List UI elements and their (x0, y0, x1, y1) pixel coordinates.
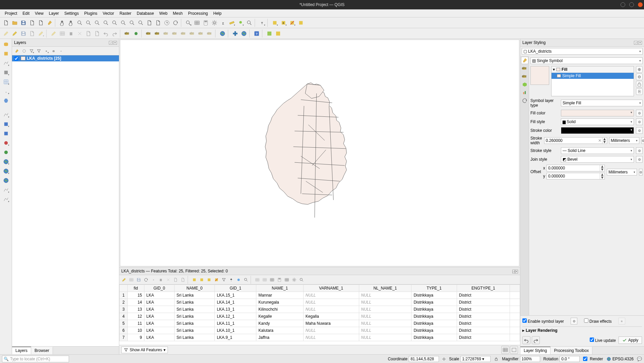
metasearch-button[interactable] (218, 30, 227, 38)
table-row[interactable]: 511LKASri LankaLKA.11_1KandyMaha NuwaraN… (120, 320, 520, 327)
add-symbol-layer-button[interactable]: ⊕ (636, 66, 643, 73)
enable-sym-override[interactable]: ⚙ (571, 318, 577, 324)
table-view-button[interactable] (501, 346, 509, 354)
stroke-style-combo[interactable]: — Solid Line (561, 147, 634, 154)
menu-plugins[interactable]: Plugins (81, 10, 100, 16)
new-map-view-button[interactable] (145, 19, 153, 27)
layer-tree[interactable]: LKA_districts [25] (12, 55, 119, 346)
table-row[interactable]: 412LKASri LankaLKA.12_1KegalleKegallaNUL… (120, 313, 520, 320)
at-organize-columns-button[interactable] (269, 276, 275, 283)
at-filter-button[interactable] (220, 276, 227, 283)
at-actions-button[interactable] (291, 276, 298, 283)
minimize-button[interactable] (621, 2, 625, 7)
pan-button[interactable] (58, 19, 66, 27)
menu-vector[interactable]: Vector (100, 10, 117, 16)
add-virtual-button[interactable] (2, 111, 10, 119)
magnifier-input[interactable]: 100% (520, 356, 540, 362)
fill-color-button[interactable] (561, 110, 634, 116)
rotation-input[interactable]: 0.0 ° (560, 356, 580, 362)
select-all-button[interactable] (297, 19, 305, 27)
diagram-tool-button[interactable] (153, 30, 162, 38)
menu-settings[interactable]: Settings (62, 10, 81, 16)
grass-tools-button[interactable] (265, 30, 273, 38)
nudge-button[interactable] (245, 19, 253, 27)
new-project-button[interactable] (2, 19, 10, 27)
show-all-features-button[interactable]: Show All Features ▾ (121, 347, 168, 353)
stroke-width-unit-combo[interactable]: Millimeters (609, 137, 639, 144)
zoom-layer-button[interactable] (111, 19, 119, 27)
add-wcs-button[interactable] (2, 176, 10, 185)
undock-styling-button[interactable]: ▱ (634, 41, 638, 45)
select-features-button[interactable] (271, 19, 279, 27)
form-view-button[interactable] (510, 346, 518, 354)
masks-tab[interactable] (521, 73, 528, 80)
layer-visibility-checkbox[interactable] (14, 56, 18, 61)
help-button[interactable] (253, 30, 261, 38)
python-console-button[interactable] (231, 30, 239, 38)
layout-manager-button[interactable] (37, 19, 45, 27)
at-deselect-button[interactable] (213, 276, 220, 283)
zoom-out-button[interactable] (84, 19, 92, 27)
style-preset-button[interactable] (13, 48, 20, 54)
stroke-color-override[interactable]: ⚙ (636, 127, 643, 134)
menu-processing[interactable]: Processing (185, 10, 210, 16)
field-calculator-button[interactable] (202, 19, 210, 27)
tab-layers[interactable]: Layers (12, 347, 31, 354)
col-varname1[interactable]: VARNAME_1 (303, 285, 359, 292)
menu-database[interactable]: Database (134, 10, 156, 16)
table-row[interactable]: 214LKASri LankaLKA.14_1KurunegalaNULLNUL… (120, 299, 520, 306)
measure-button[interactable] (228, 19, 236, 27)
scale-input[interactable]: 1:2728769 ▾ (460, 356, 491, 362)
duplicate-symbol-button[interactable]: ⎘ (636, 88, 643, 95)
col-fid[interactable]: fid (128, 285, 144, 292)
table-row[interactable]: 610LKASri LankaLKA.10_1KalutaraNULLNULLD… (120, 327, 520, 334)
table-row[interactable]: 79LKASri LankaLKA.9_1JaffnaNULLNULLDistr… (120, 334, 520, 341)
menu-web[interactable]: Web (156, 10, 170, 16)
add-afs-button[interactable] (2, 195, 10, 203)
col-nlname1[interactable]: NL_NAME_1 (359, 285, 411, 292)
locator-input[interactable]: 🔍 Type to locate (Ctrl+K) (2, 356, 69, 362)
filter-expression-button[interactable] (36, 48, 42, 54)
messages-button[interactable]: 💬 (637, 357, 642, 361)
layer-combo[interactable]: ▢ LKA_districts (522, 48, 643, 55)
new-bookmark-button[interactable] (154, 19, 162, 27)
labels-tab[interactable] (521, 65, 528, 72)
filter-legend-button[interactable] (28, 48, 35, 54)
col-gid1[interactable]: GID_1 (215, 285, 256, 292)
fill-color-override[interactable]: ⚙ (636, 110, 643, 116)
stroke-color-button[interactable] (561, 127, 634, 134)
at-dock-button[interactable] (298, 276, 305, 283)
at-reload-button[interactable] (143, 276, 149, 283)
table-row[interactable]: 313LKASri LankaLKA.13_1KilinochchiNULLNU… (120, 306, 520, 313)
col-engtype1[interactable]: ENGTYPE_1 (457, 285, 510, 292)
undock-attr-button[interactable]: ▱ (512, 270, 515, 273)
menu-view[interactable]: View (32, 10, 46, 16)
menu-raster[interactable]: Raster (117, 10, 134, 16)
add-wms-button[interactable] (2, 158, 10, 166)
lock-symbol-button[interactable] (636, 81, 643, 88)
toolbox-button[interactable] (210, 19, 218, 27)
add-delimited-button[interactable]: , (2, 87, 10, 95)
layer-rendering-section[interactable]: ▸ Layer Rendering (522, 326, 642, 334)
open-project-button[interactable] (11, 19, 19, 27)
close-button[interactable] (638, 2, 643, 7)
at-toggle-editing-button[interactable] (121, 276, 127, 283)
map-canvas[interactable] (120, 40, 519, 266)
draw-effects-checkbox[interactable]: Draw effects (584, 318, 611, 324)
tab-browser[interactable]: Browser (31, 347, 53, 354)
enable-symbol-layer-checkbox[interactable]: Enable symbol layer (522, 318, 564, 324)
maptips-button[interactable] (237, 19, 245, 27)
renderer-combo[interactable]: ▤ Single Symbol (530, 57, 643, 64)
at-move-top-button[interactable] (228, 276, 235, 283)
symbol-layer-simple-fill[interactable]: Simple Fill (552, 73, 634, 79)
at-invert-sel-button[interactable] (206, 276, 212, 283)
new-geopackage-button[interactable] (2, 50, 10, 58)
style-redo-button[interactable] (532, 336, 540, 344)
coordinate-input[interactable]: 81.144,5.828 (409, 356, 439, 362)
add-xyz-button[interactable] (2, 167, 10, 175)
new-print-layout-button[interactable] (28, 19, 36, 27)
save-project-button[interactable] (19, 19, 27, 27)
live-update-checkbox[interactable]: Live update (590, 338, 616, 343)
label-tool-button[interactable] (145, 30, 153, 38)
stroke-width-override[interactable]: ⚙ (641, 137, 644, 144)
